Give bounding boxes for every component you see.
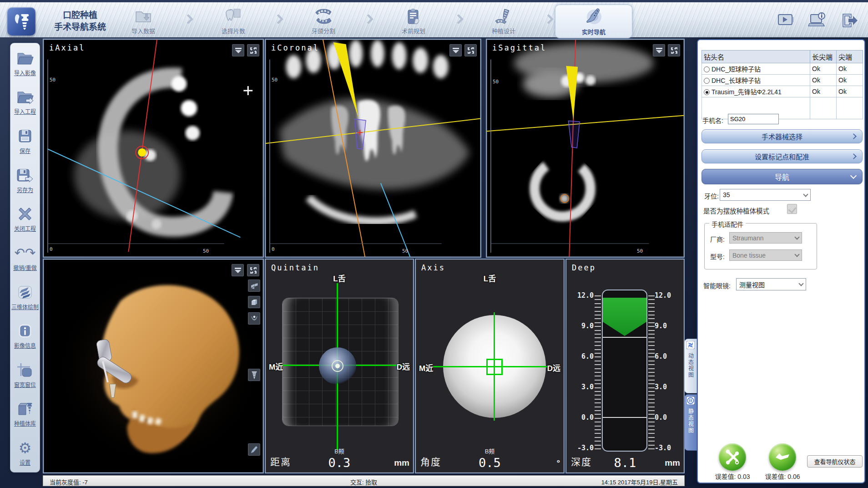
vendor-select[interactable]: Straumann [729, 232, 802, 244]
device-info-icon [808, 12, 827, 29]
chevron-down-icon [798, 281, 803, 286]
probe-pen-icon[interactable] [248, 443, 260, 456]
chevron-down-icon [794, 234, 799, 239]
step-realtime-navigation[interactable]: 实时导航 [555, 5, 632, 38]
model-select[interactable]: Bone tissue [729, 249, 802, 261]
handpiece-check-icon [774, 450, 791, 464]
model-label: 型号: [710, 252, 725, 261]
sidebar-item-save[interactable]: 保存 [17, 127, 33, 154]
chevron-separator [454, 14, 464, 25]
drill-radio[interactable] [704, 66, 710, 72]
chevron-down-icon [850, 173, 857, 179]
volume-rendering-icon [17, 283, 33, 301]
viewport-axial[interactable]: iAxial [43, 39, 264, 258]
distal-label: D远 [547, 362, 560, 373]
implant-library-icon [17, 400, 33, 418]
tool-calibration-button[interactable] [719, 443, 746, 471]
implant-logo-icon [11, 11, 31, 31]
drill-row[interactable]: Trausim_先锋钻Φ2.2L41 Ok Ok [702, 86, 863, 97]
chevron-separator [544, 14, 554, 25]
smart-glasses-select[interactable]: 测量视图 [736, 278, 806, 290]
step-import-data[interactable]: 导入数据 [105, 5, 182, 38]
mesial-label: M近 [269, 361, 283, 372]
sidebar-item-import-image[interactable]: 导入影像 [14, 49, 36, 76]
coronal-ct-image [266, 40, 480, 257]
exit-button[interactable] [839, 10, 860, 30]
layout-tiles-icon[interactable] [248, 280, 260, 292]
navigator-status-button[interactable]: 查看导航仪状态 [807, 455, 863, 468]
viewport-sagittal[interactable]: iSagittal 50 50 [486, 39, 685, 258]
handpiece-calibration-button[interactable] [769, 443, 796, 471]
chevron-down-icon [803, 192, 808, 197]
quintain-target-dot [335, 364, 340, 368]
tab-static-view[interactable]: 静态视图 [684, 394, 697, 451]
video-record-icon [777, 12, 795, 29]
settings-gear-icon: ⚙ [19, 439, 32, 457]
close-project-icon [17, 205, 33, 223]
static-view-icon [686, 396, 695, 407]
sidebar-item-settings[interactable]: ⚙ 设置 [19, 439, 32, 466]
device-info-button[interactable] [807, 10, 828, 30]
drill-radio[interactable] [704, 89, 710, 95]
panel-axis[interactable]: Axis L舌 M近 D远 角度 B颊 0.5 ° [415, 259, 565, 473]
layout-dropdown-icon[interactable] [653, 44, 665, 56]
layout-dropdown-icon[interactable] [232, 264, 244, 276]
layout-dropdown-icon[interactable] [232, 44, 244, 56]
sidebar-item-undo-redo[interactable]: ↶↷ 撤销/重做 [13, 244, 36, 271]
jaw-segmentation-icon [313, 7, 334, 25]
step-implant-design[interactable]: 种植设计 [465, 5, 542, 38]
viewport-coronal[interactable]: iCoronal 50 [265, 39, 481, 258]
instrument-select-button[interactable]: 手术器械选择 [701, 129, 863, 143]
handpiece-name-input[interactable] [728, 114, 779, 124]
step-jaw-segmentation[interactable]: 牙颌分割 [285, 5, 362, 38]
distal-label: D远 [397, 361, 410, 372]
sagittal-ct-image [487, 40, 684, 257]
vendor-label: 厂商: [710, 234, 725, 244]
implant-tool-icon[interactable] [248, 369, 260, 381]
sidebar-item-close-project[interactable]: 关闭工程 [14, 205, 36, 232]
fullscreen-icon[interactable] [247, 44, 259, 56]
save-icon [17, 127, 33, 145]
jaw-arch-icon[interactable] [248, 312, 260, 325]
sidebar-item-implant-library[interactable]: 种植体库 [14, 400, 36, 427]
topbar-actions [775, 10, 860, 30]
step-preop-planning[interactable]: 术前规划 [375, 5, 452, 38]
sidebar-item-save-as[interactable]: 另存为 [16, 166, 34, 193]
layout-dropdown-icon[interactable] [449, 44, 462, 56]
drill-radio[interactable] [704, 78, 710, 84]
fullscreen-icon[interactable] [247, 264, 259, 276]
set-markers-registration-button[interactable]: 设置标记点和配准 [701, 149, 863, 163]
left-toolbar: 导入影像 导入工程 保存 另存为 关闭工程 ↶↷ [10, 43, 40, 473]
image-info-icon [17, 322, 33, 340]
sidebar-item-volume-rendering[interactable]: 三维体绘制 [11, 283, 39, 310]
tab-dynamic-view[interactable]: 动态视图 [684, 339, 697, 393]
interaction-status: 交互: 拾取 [43, 478, 684, 486]
wrench-cross-icon [725, 449, 740, 465]
viewport-3d[interactable] [43, 259, 264, 473]
workflow-steps: 导入数据 选择片数 牙颌分割 [105, 4, 632, 39]
quintain-title: Quintain [271, 263, 319, 272]
sidebar-item-window-level[interactable]: 窗宽窗位 [14, 361, 36, 388]
crosshair-plus-marker [243, 86, 252, 95]
mesial-label: M近 [419, 362, 433, 373]
drill-row[interactable]: DHC_短球种子钻 Ok Ok [702, 63, 863, 75]
navigation-section-header[interactable]: 导航 [701, 169, 863, 184]
folder-open-icon [16, 49, 34, 67]
sidebar-item-image-info[interactable]: 影像信息 [14, 322, 36, 349]
panel-quintain[interactable]: Quintain L舌 M近 D远 距离 B颊 0.3 mm [265, 259, 414, 473]
fullscreen-icon[interactable] [668, 44, 680, 56]
axial-ct-image [44, 40, 263, 257]
chevron-right-icon [851, 133, 857, 139]
sidebar-item-import-project[interactable]: 导入工程 [14, 88, 36, 115]
video-record-button[interactable] [775, 10, 796, 30]
navigation-control-panel: 钻头名 长尖端 尖端 DHC_短球种子钻 Ok Ok DHC_长球种子钻 Ok … [697, 39, 865, 483]
chevron-right-icon [851, 153, 857, 159]
tooth-position-select[interactable]: 35 [720, 189, 811, 201]
drill-row[interactable]: DHC_长球种子钻 Ok Ok [702, 75, 863, 86]
placement-mode-checkbox[interactable] [787, 204, 797, 214]
cube-view-icon[interactable] [248, 296, 260, 308]
fullscreen-icon[interactable] [464, 44, 477, 56]
step-select-slices[interactable]: 选择片数 [195, 5, 272, 38]
panel-deep[interactable]: Deep 12.0 9.0 6.0 3.0 0.0 -3.0 12.0 9.0 … [565, 259, 685, 473]
placement-mode-label: 是否为摆放种植体模式 [703, 206, 769, 215]
